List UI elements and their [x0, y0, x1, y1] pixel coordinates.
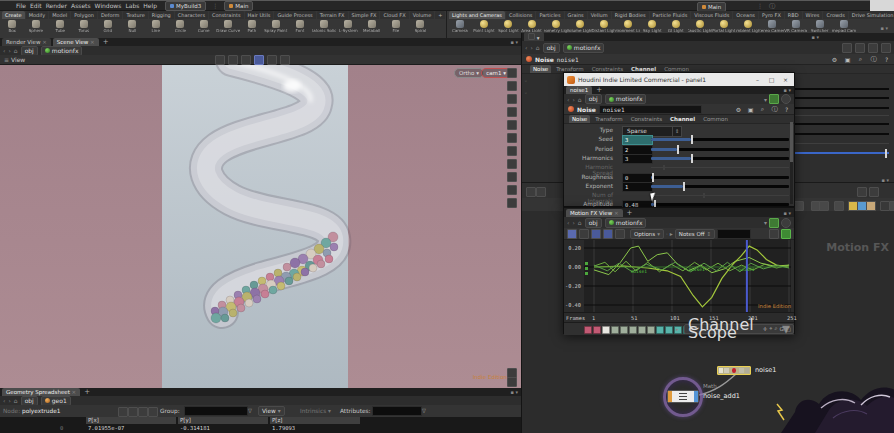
param-tab-channel[interactable]: Channel	[667, 115, 698, 123]
shelf-tab-create[interactable]: Create	[2, 11, 25, 19]
up-icon[interactable]: ⌂	[578, 96, 582, 103]
floating-panel-window[interactable]: Houdini Indie Limited Commercial - panel…	[563, 72, 795, 207]
shelf-tool-platonic-solids[interactable]: Platonic Solids	[312, 19, 336, 38]
shelf-tab--[interactable]: +	[435, 11, 445, 19]
shelf-tool-spray-paint[interactable]: Spray Paint	[264, 19, 288, 38]
info-icon[interactable]: ⓘ	[770, 105, 779, 114]
viewport-tool-icon[interactable]	[507, 94, 517, 104]
shelf-tab-viscous-fluids[interactable]: Viscous Fluids	[691, 11, 732, 19]
path-node[interactable]: motionfx	[41, 46, 83, 56]
menu-windows[interactable]: Windows	[93, 2, 124, 9]
refresh-icon[interactable]	[769, 229, 779, 239]
tab-scene-view[interactable]: Scene View ×	[53, 38, 99, 46]
channel-swatch[interactable]	[647, 326, 655, 334]
shelf-tab-characters[interactable]: Characters	[175, 11, 208, 19]
pin-icon[interactable]	[842, 43, 852, 53]
network-tool-icon[interactable]	[834, 201, 844, 211]
shelf-tab-collisions[interactable]: Collisions	[506, 11, 536, 19]
channel-swatch[interactable]	[593, 326, 601, 334]
shelf-tab-oceans[interactable]: Oceans	[733, 11, 758, 19]
options-dropdown[interactable]: Options ▾	[630, 229, 664, 239]
node-flag[interactable]	[745, 368, 749, 373]
pin-strip-icon[interactable]: ◦	[524, 89, 528, 96]
new-tab-icon[interactable]: +	[625, 209, 635, 217]
viewport-tool-icon[interactable]	[507, 185, 517, 195]
node-flag[interactable]	[719, 368, 723, 373]
shelf-tool-box[interactable]: Box	[0, 19, 24, 38]
menu-edit[interactable]: Edit	[28, 2, 44, 9]
intrinsics-dropdown[interactable]: Intrinsics ▾	[300, 408, 331, 414]
back-icon[interactable]: ‹	[567, 96, 569, 103]
shelf-tab-cloud-fx[interactable]: Cloud FX	[380, 11, 408, 19]
shelf-tool-file[interactable]: File	[384, 19, 408, 38]
geo-col-p-z-[interactable]: P[z]	[270, 417, 360, 424]
forward-icon[interactable]: ›	[572, 96, 574, 103]
viewport-tool-icon[interactable]	[507, 133, 517, 143]
grid-icon[interactable]	[855, 43, 865, 53]
scrollbar[interactable]	[790, 122, 793, 204]
slider-handle-exponent[interactable]	[683, 182, 685, 191]
back-icon[interactable]: ‹	[3, 397, 5, 404]
tab-render-view[interactable]: Render View ×	[2, 38, 51, 46]
forward-icon[interactable]	[536, 187, 546, 197]
shelf-tab-volume[interactable]: Volume	[410, 11, 435, 19]
viewport-tool-icon[interactable]	[507, 159, 517, 169]
group-input[interactable]	[184, 406, 248, 416]
shelf-tool-torus[interactable]: Torus	[72, 19, 96, 38]
lock-icon[interactable]	[118, 407, 128, 417]
pin-icon[interactable]	[128, 407, 138, 417]
shelf-tab-rigid-bodies[interactable]: Rigid Bodies	[612, 11, 649, 19]
view-tool-icon[interactable]	[267, 55, 277, 65]
param-field-harmonics[interactable]: 3	[622, 154, 653, 164]
viewport-tool-icon[interactable]	[507, 377, 517, 387]
forward-icon[interactable]: ›	[530, 44, 532, 51]
shelf-tab-particle-fluids[interactable]: Particle Fluids	[650, 11, 691, 19]
path-node[interactable]: geo1	[41, 396, 71, 406]
shelf-tool-font[interactable]: Font	[288, 19, 312, 38]
channel-swatch[interactable]	[611, 326, 619, 334]
gear-icon[interactable]	[881, 43, 891, 53]
view-mode-dropdown[interactable]: View ▾	[258, 406, 285, 416]
pin-strip-icon[interactable]: ◦	[524, 77, 528, 84]
tab-geometry-spreadsheet[interactable]: Geometry Spreadsheet ×	[2, 388, 80, 396]
maximize-button[interactable]: □	[766, 76, 777, 83]
info-icon[interactable]: ⓘ	[869, 55, 878, 64]
pane-controls-icon[interactable]: ▪ ▾	[812, 34, 820, 40]
viewport-tool-icon[interactable]	[507, 146, 517, 156]
param-tab-transform[interactable]: Transform	[592, 115, 625, 123]
view-tool-icon[interactable]	[254, 55, 264, 65]
menu-dots-icon[interactable]: ⋮	[757, 2, 763, 9]
channel-swatch[interactable]	[602, 326, 610, 334]
menu-help[interactable]: Help	[141, 2, 159, 9]
node-name-field[interactable]: noise1	[599, 105, 702, 114]
slider-handle-harmonics[interactable]	[691, 154, 693, 163]
shelf-tab-rbd[interactable]: RBD	[785, 11, 802, 19]
node-noise1[interactable]	[717, 366, 751, 375]
shelf-tab-hair-utils[interactable]: Hair Utils	[245, 11, 274, 19]
channel-swatch[interactable]	[584, 326, 592, 334]
view-tool-icon[interactable]	[241, 55, 251, 65]
gear-icon[interactable]: ⚙	[830, 56, 839, 63]
node-output-flag[interactable]	[694, 391, 698, 402]
shelf-tool-metaball[interactable]: Metaball	[360, 19, 384, 38]
shelf-tool-camera[interactable]: Camera	[448, 19, 472, 38]
motionfx-view-window[interactable]: Motion FX View × + ▪ ▾ ‹ › ⌂ obj motionf…	[563, 207, 795, 334]
pane-controls-icon[interactable]: ▪ ▾	[784, 87, 792, 93]
link-icon[interactable]	[769, 218, 779, 228]
shelf-tab-terrain-fx[interactable]: Terrain FX	[317, 11, 348, 19]
path-root[interactable]: obj	[21, 46, 38, 56]
link-icon[interactable]	[769, 94, 779, 104]
pane-controls-icon[interactable]: ▪ ▾	[511, 39, 519, 45]
animation-graph[interactable]: noise1noise1noise1	[564, 240, 794, 312]
up-icon[interactable]: ⌂	[578, 219, 582, 226]
path-node[interactable]: motionfx	[605, 218, 647, 228]
attributes-input[interactable]	[372, 406, 422, 416]
shelf-tool-null[interactable]: Null	[120, 19, 144, 38]
new-tab-icon[interactable]: +	[82, 388, 92, 396]
viewport-tool-icon[interactable]	[507, 68, 517, 78]
plot-area[interactable]	[584, 240, 791, 312]
menu-labs[interactable]: Labs	[123, 2, 141, 9]
viewport-tool-icon[interactable]	[507, 198, 517, 208]
projection-badge[interactable]: Ortho ▾	[454, 68, 484, 78]
tab-motion-fx-view[interactable]: Motion FX View ×	[566, 209, 623, 217]
